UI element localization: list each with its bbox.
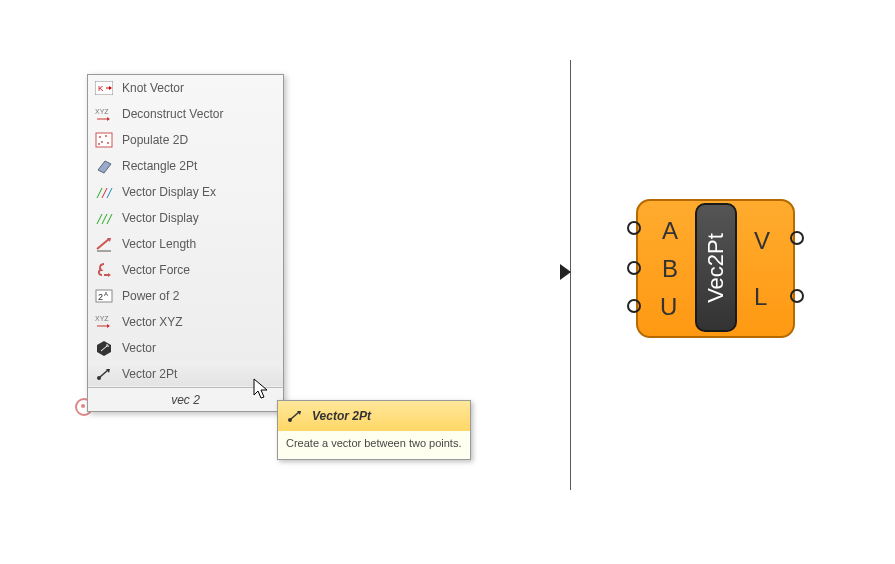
- menu-item-vector-xyz[interactable]: XYZ Vector XYZ: [88, 309, 283, 335]
- menu-item-label: Power of 2: [122, 289, 277, 303]
- menu-item-vector-2pt[interactable]: Vector 2Pt: [88, 361, 283, 387]
- menu-item-power-of-2[interactable]: 2A Power of 2: [88, 283, 283, 309]
- vector-xyz-icon: XYZ: [94, 312, 114, 332]
- search-input[interactable]: vec 2: [88, 387, 283, 411]
- vector-length-icon: [94, 234, 114, 254]
- tooltip-body: Create a vector between two points.: [278, 431, 470, 459]
- tooltip: Vector 2Pt Create a vector between two p…: [277, 400, 471, 460]
- input-grip-u[interactable]: [627, 299, 641, 313]
- input-label-b: B: [662, 255, 678, 283]
- menu-item-label: Vector Display Ex: [122, 185, 277, 199]
- svg-point-4: [99, 136, 101, 138]
- power-of-2-icon: 2A: [94, 286, 114, 306]
- knot-vector-icon: K: [94, 78, 114, 98]
- vector-force-icon: [94, 260, 114, 280]
- menu-item-label: Deconstruct Vector: [122, 107, 277, 121]
- svg-point-6: [101, 141, 103, 143]
- menu-item-label: Vector 2Pt: [122, 367, 277, 381]
- menu-item-label: Populate 2D: [122, 133, 277, 147]
- input-grip-a[interactable]: [627, 221, 641, 235]
- menu-item-label: Knot Vector: [122, 81, 277, 95]
- vector-display-icon: [94, 208, 114, 228]
- input-grip-b[interactable]: [627, 261, 641, 275]
- populate-2d-icon: [94, 130, 114, 150]
- tooltip-header: Vector 2Pt: [278, 401, 470, 431]
- gh-component-name: Vec2Pt: [695, 203, 737, 332]
- menu-item-label: Rectangle 2Pt: [122, 159, 277, 173]
- svg-point-5: [105, 135, 107, 137]
- menu-item-vector-length[interactable]: Vector Length: [88, 231, 283, 257]
- deconstruct-vector-icon: XYZ: [94, 104, 114, 124]
- output-grip-l[interactable]: [790, 289, 804, 303]
- arrow-right-icon: [559, 263, 573, 281]
- svg-rect-3: [96, 133, 112, 147]
- output-label-v: V: [754, 227, 770, 255]
- vector-2pt-icon: [94, 364, 114, 384]
- menu-item-label: Vector XYZ: [122, 315, 277, 329]
- menu-item-vector[interactable]: Vector: [88, 335, 283, 361]
- input-label-a: A: [662, 217, 678, 245]
- vector-display-ex-icon: [94, 182, 114, 202]
- menu-item-deconstruct-vector[interactable]: XYZ Deconstruct Vector: [88, 101, 283, 127]
- output-label-l: L: [754, 283, 767, 311]
- menu-item-vector-display-ex[interactable]: Vector Display Ex: [88, 179, 283, 205]
- gh-component-name-text: Vec2Pt: [703, 233, 729, 303]
- menu-item-label: Vector: [122, 341, 277, 355]
- rectangle-2pt-icon: [94, 156, 114, 176]
- vector-2pt-icon: [286, 407, 304, 425]
- gh-component-vec2pt[interactable]: A B U V L Vec2Pt: [636, 199, 795, 338]
- svg-point-7: [107, 142, 109, 144]
- menu-item-label: Vector Display: [122, 211, 277, 225]
- svg-text:XYZ: XYZ: [95, 108, 109, 115]
- vector-icon: [94, 338, 114, 358]
- menu-item-populate-2d[interactable]: Populate 2D: [88, 127, 283, 153]
- menu-item-rectangle-2pt[interactable]: Rectangle 2Pt: [88, 153, 283, 179]
- menu-item-label: Vector Force: [122, 263, 277, 277]
- menu-item-label: Vector Length: [122, 237, 277, 251]
- output-grip-v[interactable]: [790, 231, 804, 245]
- svg-text:XYZ: XYZ: [95, 315, 109, 322]
- search-text: vec 2: [171, 393, 200, 407]
- menu-item-knot-vector[interactable]: K Knot Vector: [88, 75, 283, 101]
- menu-item-vector-display[interactable]: Vector Display: [88, 205, 283, 231]
- svg-text:K: K: [98, 84, 104, 93]
- menu-item-vector-force[interactable]: Vector Force: [88, 257, 283, 283]
- svg-point-8: [98, 143, 100, 145]
- component-search-menu: K Knot Vector XYZ Deconstruct Vector Pop…: [87, 74, 284, 412]
- input-label-u: U: [660, 293, 677, 321]
- svg-text:A: A: [104, 291, 108, 297]
- svg-text:2: 2: [98, 292, 103, 302]
- tooltip-title: Vector 2Pt: [312, 409, 371, 423]
